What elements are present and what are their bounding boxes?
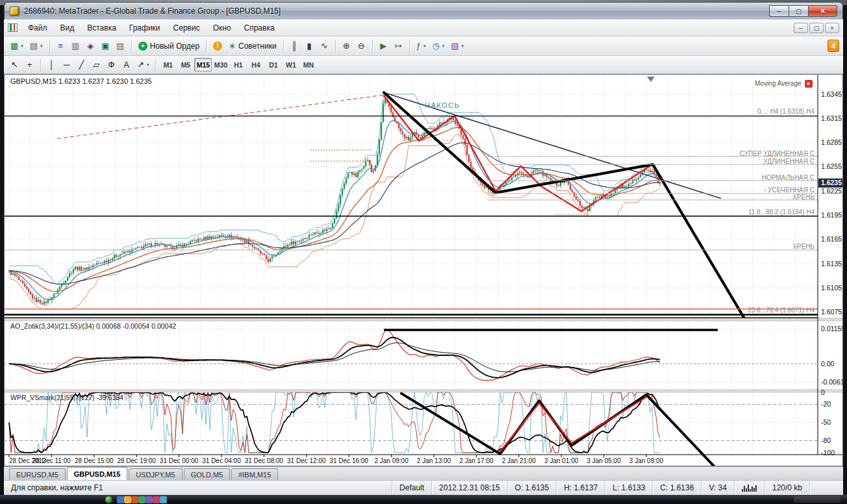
menu-charts[interactable]: Графики xyxy=(123,21,167,35)
status-connection xyxy=(734,481,765,495)
status-volume: V: 34 xyxy=(701,481,734,495)
timeframe-m30-button[interactable]: M30 xyxy=(212,58,229,71)
timeframe-w1-button[interactable]: W1 xyxy=(282,58,299,71)
svg-text:-100: -100 xyxy=(821,449,835,457)
menu-window[interactable]: Окно xyxy=(207,21,238,35)
timeframe-d1-button[interactable]: D1 xyxy=(264,58,282,71)
taskbar-app-icon[interactable] xyxy=(160,496,167,503)
toolbar-separator xyxy=(283,40,284,53)
strategy-tester-button[interactable]: ▨ xyxy=(113,38,128,54)
zoom-out-button[interactable]: ⊖ xyxy=(354,38,369,54)
auto-scroll-button[interactable]: ▶ xyxy=(376,38,391,54)
ohlc-info-label: GBPUSD,M15 1.6233 1.6237 1.6230 1.6235 xyxy=(10,77,152,85)
arrows-button[interactable]: ↗▾ xyxy=(134,57,152,73)
text-label-button[interactable]: A xyxy=(119,57,134,73)
status-traffic: 120/0 kb xyxy=(765,481,809,495)
menu-help[interactable]: Справка xyxy=(238,21,281,35)
taskbar-app-icon[interactable] xyxy=(131,496,138,503)
svg-text:31 Dec 04:00: 31 Dec 04:00 xyxy=(202,457,241,464)
svg-text:1.6315: 1.6315 xyxy=(821,114,842,122)
line-chart-mode-button[interactable]: ∿ xyxy=(317,38,332,54)
windows-taskbar[interactable] xyxy=(0,495,847,504)
taskbar-app-icon[interactable] xyxy=(153,496,160,503)
svg-text:28 Dec 11:00: 28 Dec 11:00 xyxy=(32,457,71,464)
mdi-minimize-button[interactable]: ─ xyxy=(794,23,808,33)
minimize-button[interactable]: ─ xyxy=(769,5,789,17)
arrows-icon: ↗ xyxy=(137,60,144,69)
start-button[interactable] xyxy=(105,496,112,503)
trendline-button[interactable]: ╱ xyxy=(74,57,89,73)
navigator-button[interactable]: ◈ xyxy=(83,38,98,54)
svg-text:28 Dec 15:00: 28 Dec 15:00 xyxy=(75,457,114,464)
expert-advisors-button[interactable]: ∗Советники xyxy=(225,38,280,54)
maximize-button[interactable]: ▢ xyxy=(789,5,808,17)
timeframe-h4-button[interactable]: H4 xyxy=(247,58,264,71)
svg-text:28 Dec 19:00: 28 Dec 19:00 xyxy=(117,457,156,464)
timeframe-h1-button[interactable]: H1 xyxy=(229,58,247,71)
menu-insert[interactable]: Вставка xyxy=(81,21,123,35)
taskbar-app-icon[interactable] xyxy=(145,496,153,503)
new-order-button[interactable]: +Новый Ордер xyxy=(135,38,203,54)
screen: 2686940: MetaTrader - E-Global Trade & F… xyxy=(0,0,847,504)
timeframe-mn-button[interactable]: MN xyxy=(299,58,317,71)
chart-tab-eurusd-m5[interactable]: EURUSD,M5 xyxy=(9,468,66,480)
menu-view[interactable]: Вид xyxy=(54,21,81,35)
fibonacci-button[interactable]: Ф xyxy=(104,57,119,73)
metatrader-app-icon xyxy=(10,6,19,16)
chart-window-icon[interactable] xyxy=(8,23,18,32)
chart-area[interactable]: 1.63451.63151.62851.62551.62251.61951.61… xyxy=(4,74,843,466)
notification-badge[interactable]: 4 xyxy=(828,40,839,52)
new-chart-button[interactable]: ▦▾ xyxy=(7,38,27,54)
tooltip-close-icon[interactable]: × xyxy=(805,80,813,88)
trendline-icon: ╱ xyxy=(79,60,84,69)
mdi-restore-button[interactable]: ▢ xyxy=(809,23,824,33)
metaeditor-button[interactable]: ! xyxy=(210,38,225,54)
terminal-button[interactable]: ▣ xyxy=(98,38,113,54)
zoom-in-button[interactable]: ⊕ xyxy=(339,38,354,54)
mdi-close-button[interactable]: × xyxy=(825,23,839,33)
svg-text:0.00: 0.00 xyxy=(821,360,835,368)
svg-text:1.6345: 1.6345 xyxy=(821,90,842,98)
chart-annotation-label: ХРЕНЬ xyxy=(792,194,815,201)
taskbar-app-icon[interactable] xyxy=(117,496,124,503)
timeframe-m15-button[interactable]: M15 xyxy=(194,58,212,71)
taskbar-app-icon[interactable] xyxy=(124,496,131,503)
profiles-button[interactable]: ▤▾ xyxy=(27,38,46,54)
chart-tab-gold-m5[interactable]: GOLD,M5 xyxy=(184,468,231,480)
timeframe-m1-button[interactable]: M1 xyxy=(159,58,177,71)
close-button[interactable]: × xyxy=(808,5,837,17)
chart-tabs-bar: EURUSD,M5GBPUSD,M15USDJPY,M5GOLD,M5#IBM,… xyxy=(4,466,843,480)
svg-text:-80: -80 xyxy=(821,436,831,444)
bar-chart-mode-button[interactable]: ║ xyxy=(287,38,302,54)
templates-button[interactable]: ▧▾ xyxy=(448,38,467,54)
menu-service[interactable]: Сервис xyxy=(167,21,207,35)
status-low-price: L: 1.6133 xyxy=(605,481,652,495)
svg-text:1.6135: 1.6135 xyxy=(821,260,842,268)
indicators-button[interactable]: ƒ▾ xyxy=(413,38,429,54)
chart-tab-ibm-m15[interactable]: #IBM,M15 xyxy=(231,468,278,480)
chart-shift-button[interactable]: ↦ xyxy=(391,38,406,54)
equidistant-channel-button[interactable]: ▱ xyxy=(89,57,104,73)
timeframe-m5-button[interactable]: M5 xyxy=(177,58,194,71)
market-watch-button[interactable]: ≡ xyxy=(53,38,68,54)
connection-status-icon xyxy=(742,484,757,492)
status-help-text: Для справки, нажмите F1 xyxy=(4,481,392,495)
taskbar-app-icon[interactable] xyxy=(138,496,145,503)
cursor-button[interactable]: ↖ xyxy=(7,57,22,73)
horizontal-line-button[interactable]: ─ xyxy=(59,57,74,73)
chart-tab-usdjpy-m5[interactable]: USDJPY,M5 xyxy=(129,468,182,480)
chart-tab-gbpusd-m15[interactable]: GBPUSD,M15 xyxy=(67,467,128,480)
toolbar-separator xyxy=(335,40,336,53)
vertical-line-button[interactable]: │ xyxy=(44,57,59,73)
status-spacer xyxy=(809,481,843,495)
data-window-button[interactable]: ▥ xyxy=(68,38,83,54)
periods-button[interactable]: ◷▾ xyxy=(429,38,448,54)
crosshair-button[interactable]: + xyxy=(22,57,37,73)
horizontal-line-icon: ─ xyxy=(64,60,70,69)
svg-text:1.6285: 1.6285 xyxy=(821,138,842,146)
fibonacci-icon: Ф xyxy=(108,60,115,69)
title-bar[interactable]: 2686940: MetaTrader - E-Global Trade & F… xyxy=(4,2,843,19)
candlestick-mode-button[interactable]: ▮ xyxy=(302,38,317,54)
system-tray[interactable] xyxy=(794,496,841,503)
menu-file[interactable]: Файл xyxy=(21,21,54,35)
